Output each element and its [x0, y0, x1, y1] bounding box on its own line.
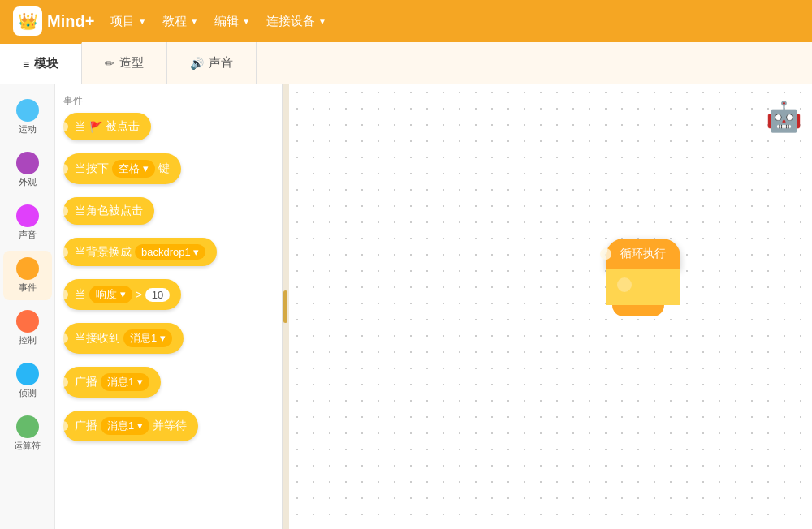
- block-when-backdrop[interactable]: 当背景换成 backdrop1 ▾: [63, 238, 217, 266]
- block-when-receive[interactable]: 当接收到 消息1 ▾: [63, 323, 184, 354]
- sidebar-item-sensing[interactable]: 侦测: [3, 356, 52, 406]
- canvas-loop-block[interactable]: 循环执行: [606, 239, 680, 316]
- block-when-flag-clicked[interactable]: 当 🚩 被点击: [63, 113, 151, 140]
- panel-divider[interactable]: [283, 84, 289, 529]
- block-when-key-pressed[interactable]: 当按下 空格 ▾ 键: [63, 153, 181, 184]
- logo: 👑 Mind+: [13, 6, 94, 36]
- key-dropdown[interactable]: 空格 ▾: [112, 160, 155, 178]
- blocks-icon: ≡: [23, 58, 29, 71]
- tab-blocks[interactable]: ≡ 模块: [0, 42, 82, 84]
- block-when-loudness[interactable]: 当 响度 ▾ > 10: [63, 279, 181, 310]
- sidebar-item-motion[interactable]: 运动: [3, 92, 52, 142]
- sensor-dropdown[interactable]: 响度 ▾: [89, 286, 132, 303]
- block-broadcast[interactable]: 广播 消息1 ▾: [63, 367, 161, 398]
- speaker-icon: 🔊: [190, 57, 204, 70]
- nav-item-project[interactable]: 项目 ▼: [110, 14, 146, 29]
- block-broadcast-wait[interactable]: 广播 消息1 ▾ 并等待: [63, 411, 198, 441]
- robot-icon: 🤖: [763, 92, 804, 141]
- backdrop-dropdown[interactable]: backdrop1 ▾: [135, 244, 205, 260]
- list-item: 当 响度 ▾ > 10: [63, 279, 274, 316]
- motion-circle: [16, 99, 39, 122]
- tab-costumes[interactable]: ✏ 造型: [82, 42, 167, 84]
- operators-circle: [16, 415, 39, 438]
- message-dropdown-3[interactable]: 消息1 ▾: [101, 417, 149, 435]
- events-circle: [16, 257, 39, 280]
- list-item: 当角色被点击: [63, 197, 274, 231]
- nav-item-tutorial[interactable]: 教程 ▼: [162, 14, 198, 29]
- logo-text: Mind+: [47, 12, 94, 31]
- sensing-circle: [16, 363, 39, 385]
- chevron-down-icon: ▼: [138, 17, 146, 26]
- chevron-down-icon: ▼: [318, 17, 326, 26]
- list-item: 当按下 空格 ▾ 键: [63, 153, 274, 191]
- section-title: 事件: [63, 94, 274, 108]
- message-dropdown-1[interactable]: 消息1 ▾: [123, 329, 172, 347]
- pencil-icon: ✏: [105, 57, 114, 70]
- flag-icon: 🚩: [89, 121, 102, 133]
- sound-circle: [16, 204, 39, 227]
- list-item: 当背景换成 backdrop1 ▾: [63, 238, 274, 273]
- navbar: 👑 Mind+ 项目 ▼ 教程 ▼ 编辑 ▼ 连接设备 ▼: [0, 0, 812, 42]
- chevron-down-icon: ▼: [242, 17, 250, 26]
- sidebar-item-looks[interactable]: 外观: [3, 145, 52, 195]
- nav-item-edit[interactable]: 编辑 ▼: [214, 14, 250, 29]
- list-item: 当 🚩 被点击: [63, 113, 274, 147]
- tab-sounds[interactable]: 🔊 声音: [167, 42, 257, 84]
- tabbar: ≡ 模块 ✏ 造型 🔊 声音: [0, 42, 812, 84]
- value-input[interactable]: 10: [145, 288, 170, 302]
- message-dropdown-2[interactable]: 消息1 ▾: [101, 373, 149, 391]
- main-area: 运动 外观 声音 事件 控制 侦测 运算符 事件: [0, 84, 812, 529]
- list-item: 广播 消息1 ▾ 并等待: [63, 411, 274, 448]
- sidebar-item-sound[interactable]: 声音: [3, 198, 52, 247]
- nav-item-connect[interactable]: 连接设备 ▼: [266, 14, 326, 29]
- looks-circle: [16, 152, 39, 174]
- sidebar: 运动 外观 声音 事件 控制 侦测 运算符: [0, 84, 55, 529]
- sidebar-item-control[interactable]: 控制: [3, 303, 52, 353]
- blocks-panel: 事件 当 🚩 被点击 当按下 空格 ▾ 键 当角色被点击: [55, 84, 283, 529]
- sidebar-item-events[interactable]: 事件: [3, 251, 52, 300]
- chevron-down-icon: ▼: [190, 17, 198, 26]
- logo-icon: 👑: [13, 6, 42, 36]
- canvas-area[interactable]: 🤖 循环执行 当 🚩 被点击: [289, 84, 812, 529]
- block-when-sprite-clicked[interactable]: 当角色被点击: [63, 197, 154, 225]
- list-item: 广播 消息1 ▾: [63, 367, 274, 404]
- control-circle: [16, 310, 39, 333]
- list-item: 当接收到 消息1 ▾: [63, 323, 274, 360]
- sidebar-item-operators[interactable]: 运算符: [3, 409, 52, 458]
